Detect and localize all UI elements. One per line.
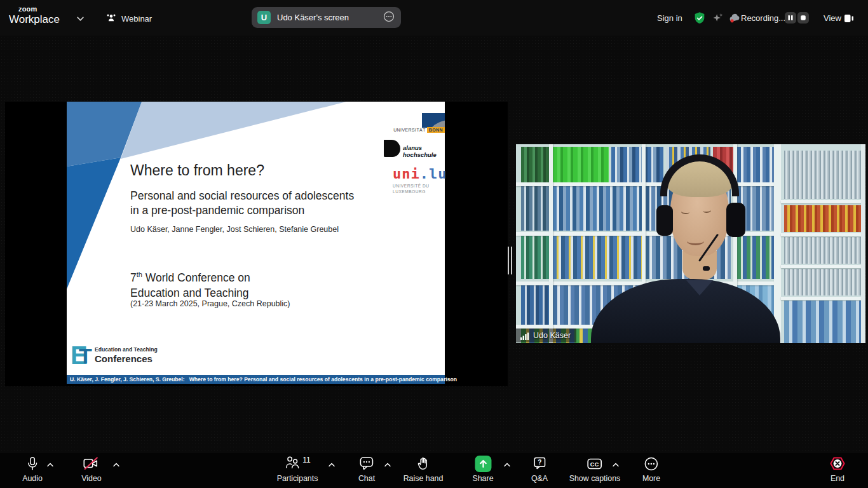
cc-icon: CC: [587, 455, 603, 472]
share-label: Share: [472, 474, 493, 483]
end-label: End: [831, 474, 844, 483]
panel-resize-handle[interactable]: [507, 247, 513, 274]
participants-label: Participants: [277, 474, 318, 483]
meeting-stage: Where to from here? Personal and social …: [0, 36, 868, 453]
qa-icon: ?: [532, 455, 546, 472]
qa-button[interactable]: ? Q&A: [531, 455, 548, 483]
headphone-earcup-right: [726, 203, 745, 237]
participants-icon: [284, 455, 301, 473]
slide-subtitle: Personal and social resources of adolesc…: [130, 189, 354, 218]
participants-options-chevron[interactable]: [328, 460, 336, 471]
more-label: More: [642, 474, 660, 483]
brand-zoom: zoom: [18, 6, 60, 13]
chat-icon: [359, 455, 374, 472]
headset-mic: [703, 266, 710, 271]
et-text-line1: Education and Teaching: [95, 346, 158, 353]
more-button[interactable]: More: [642, 455, 660, 483]
slide-authors: Udo Käser, Janne Fengler, Jost Schieren,…: [130, 225, 339, 234]
microphone-icon: [25, 455, 39, 472]
avatar: U: [257, 11, 271, 24]
uni-lu-logo: uni.lu UNIVERSITÉ DU LUXEMBOURG: [393, 166, 437, 194]
chat-button[interactable]: Chat: [358, 455, 375, 483]
end-button[interactable]: End: [829, 455, 846, 483]
top-bar: zoom Workplace Webinar U Udo Käser's scr…: [0, 0, 868, 36]
presentation-slide: Where to from here? Personal and social …: [67, 102, 445, 384]
conference-ordinal: th: [137, 271, 142, 278]
view-layout-icon[interactable]: [844, 14, 854, 25]
view-button-label[interactable]: View: [824, 13, 841, 23]
chevron-down-icon[interactable]: [76, 14, 85, 25]
captions-options-chevron[interactable]: [612, 460, 620, 471]
unilu-sub2: LUXEMBOURG: [393, 189, 437, 195]
zoom-workplace-logo: zoom Workplace: [9, 6, 60, 25]
more-icon: [644, 455, 659, 472]
cloud-recording-icon: [728, 13, 740, 26]
alanus-text-line1: alanus: [403, 145, 437, 152]
brand-workplace: Workplace: [9, 14, 60, 25]
screen-share-label: Udo Käser's screen: [277, 13, 383, 22]
et-conferences-logo: E T Education and Teaching Conferences: [71, 344, 191, 371]
chat-options-chevron[interactable]: [384, 460, 391, 471]
captions-label: Show captions: [569, 474, 621, 483]
unilu-dot: .: [420, 166, 429, 182]
qa-label: Q&A: [531, 474, 548, 483]
chat-label: Chat: [358, 474, 375, 483]
audio-options-chevron[interactable]: [46, 460, 54, 471]
pause-recording-button[interactable]: [785, 12, 796, 24]
slide-conference-date: (21-23 March 2025, Prague, Czech Republi…: [130, 299, 290, 308]
video-button[interactable]: Video: [81, 455, 101, 483]
raise-hand-icon: [416, 455, 431, 472]
raise-hand-button[interactable]: Raise hand: [403, 455, 444, 483]
alanus-text-line2: hochschule: [403, 152, 437, 159]
webinar-tab[interactable]: Webinar: [105, 12, 152, 25]
security-shield-icon[interactable]: [693, 11, 707, 28]
raise-hand-label: Raise hand: [403, 474, 444, 483]
participant-video-tile[interactable]: Udo Käser: [516, 144, 865, 343]
zoom-meeting-window: zoom Workplace Webinar U Udo Käser's scr…: [0, 0, 868, 488]
slide-footer-bar: U. Käser, J. Fengler, J. Schieren, S. Gr…: [67, 375, 445, 384]
participant-name-tag: Udo Käser: [516, 329, 576, 342]
headphone-earcup-left: [656, 205, 673, 236]
recording-status: Recording...: [741, 13, 785, 23]
unilu-uni: uni: [393, 166, 420, 182]
stop-recording-button[interactable]: [797, 12, 809, 24]
alanus-emblem: [384, 140, 400, 157]
slide-conference-name: 7th World Conference on Education and Te…: [130, 267, 250, 301]
et-text-line2: Conferences: [95, 353, 158, 364]
slide-subtitle-line2: in a pre-post-pandemic comparison: [130, 203, 354, 218]
et-letter-t: T: [79, 344, 92, 368]
end-call-icon: [829, 455, 846, 472]
conference-rest: World Conference on: [142, 271, 250, 284]
slide-subtitle-line1: Personal and social resources of adolesc…: [130, 189, 354, 203]
alanus-hochschule-logo: alanus hochschule: [384, 140, 442, 161]
share-button[interactable]: Share: [472, 455, 493, 483]
meeting-toolbar: Audio Video: [0, 453, 868, 488]
uni-bonn-emblem: [422, 113, 445, 128]
audio-button[interactable]: Audio: [22, 455, 43, 483]
conference-number: 7: [130, 271, 137, 284]
share-options-chevron[interactable]: [503, 460, 511, 471]
uni-bonn-bonn-text: BONN: [427, 127, 445, 133]
uni-bonn-text: UNIVERSITÄT: [393, 128, 426, 132]
signal-bars-icon: [520, 332, 529, 340]
participants-button[interactable]: 11 Participants: [277, 455, 318, 483]
video-off-icon: [83, 455, 100, 472]
slide-title: Where to from here?: [130, 162, 264, 179]
conference-line2: Education and Teaching: [130, 285, 250, 301]
svg-text:CC: CC: [590, 461, 599, 467]
svg-text:?: ?: [538, 459, 541, 466]
video-options-chevron[interactable]: [112, 460, 120, 471]
unilu-lu: lu: [429, 166, 447, 182]
screen-share-pill[interactable]: U Udo Käser's screen: [252, 7, 401, 28]
sign-in-link[interactable]: Sign in: [657, 13, 682, 23]
webinar-label: Webinar: [121, 14, 152, 24]
ai-companion-sparkle-icon[interactable]: [712, 12, 724, 27]
unilu-sub1: UNIVERSITÉ DU: [393, 184, 437, 189]
audio-label: Audio: [22, 474, 43, 483]
video-label: Video: [81, 474, 101, 483]
participant-name: Udo Käser: [533, 331, 571, 340]
more-options-icon[interactable]: [383, 10, 395, 25]
share-screen-icon: [475, 456, 491, 472]
shared-screen-region: Where to from here? Personal and social …: [5, 102, 508, 386]
participants-count: 11: [302, 456, 310, 464]
